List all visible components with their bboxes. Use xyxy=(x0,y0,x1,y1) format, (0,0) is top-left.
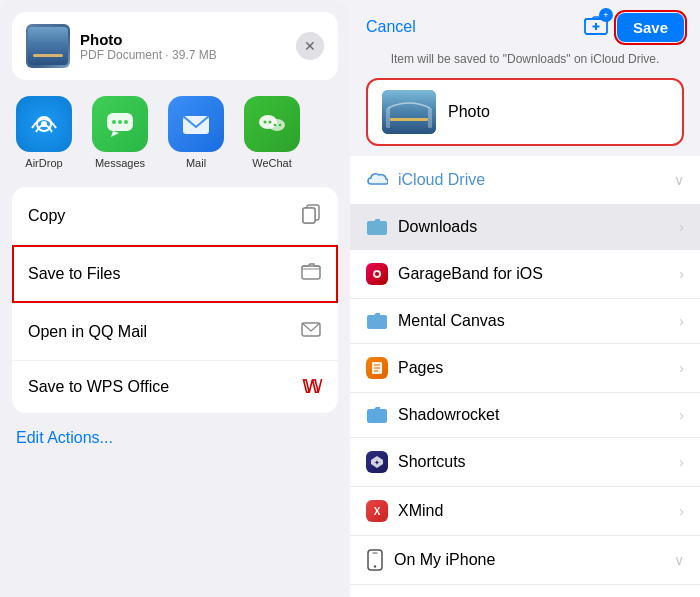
save-info-text: Item will be saved to "Downloads" on iCl… xyxy=(350,50,700,74)
svg-rect-22 xyxy=(382,90,436,134)
xmind-label: XMind xyxy=(398,502,443,520)
badge: + xyxy=(599,8,613,22)
svg-point-1 xyxy=(41,121,47,127)
file-info: Photo PDF Document · 39.7 MB xyxy=(80,31,217,62)
action-list: Copy Save to Files Open in Q xyxy=(12,187,338,413)
svg-rect-24 xyxy=(386,108,390,128)
xmind-item[interactable]: X XMind › xyxy=(350,487,700,536)
pages-item[interactable]: Pages › xyxy=(350,344,700,393)
wechat-label: WeChat xyxy=(252,157,292,169)
icloud-drive-label: iCloud Drive xyxy=(398,171,485,189)
preview-file-name: Photo xyxy=(448,103,490,121)
close-button[interactable]: ✕ xyxy=(296,32,324,60)
xmind-icon: X xyxy=(366,500,388,522)
on-my-iphone-left: On My iPhone xyxy=(366,549,495,571)
downloads-chevron: › xyxy=(679,219,684,235)
app-messages[interactable]: Messages xyxy=(92,96,148,169)
downloads-label: Downloads xyxy=(398,218,477,236)
svg-marker-3 xyxy=(111,131,119,137)
shortcuts-icon: ✦ xyxy=(366,451,388,473)
chrome-item[interactable]: Chrome › xyxy=(350,585,700,597)
cancel-button[interactable]: Cancel xyxy=(366,18,416,36)
pages-chevron: › xyxy=(679,360,684,376)
mental-canvas-icon xyxy=(366,312,388,330)
save-button[interactable]: Save xyxy=(617,13,684,42)
svg-point-5 xyxy=(118,120,122,124)
open-qq-icon xyxy=(300,318,322,345)
garageband-item[interactable]: GarageBand for iOS › xyxy=(350,250,700,299)
shadowrocket-chevron: › xyxy=(679,407,684,423)
airdrop-icon xyxy=(16,96,72,152)
save-to-files-action[interactable]: Save to Files xyxy=(12,245,338,303)
open-qq-label: Open in QQ Mail xyxy=(28,323,147,341)
messages-icon xyxy=(92,96,148,152)
edit-actions-label: Edit Actions... xyxy=(16,429,113,446)
app-wechat[interactable]: WeChat xyxy=(244,96,300,169)
file-meta: PDF Document · 39.7 MB xyxy=(80,48,217,62)
shadowrocket-icon xyxy=(366,406,388,424)
header-icons: + Save xyxy=(583,12,684,42)
downloads-item[interactable]: Downloads › xyxy=(350,205,700,250)
shortcuts-label: Shortcuts xyxy=(398,453,466,471)
svg-rect-16 xyxy=(303,208,315,223)
shortcuts-chevron: › xyxy=(679,454,684,470)
preview-thumbnail xyxy=(382,90,436,134)
messages-label: Messages xyxy=(95,157,145,169)
app-mail[interactable]: Mail xyxy=(168,96,224,169)
svg-point-12 xyxy=(274,124,277,127)
icloud-drive-chevron: ∨ xyxy=(674,172,684,188)
copy-icon xyxy=(300,202,322,229)
pages-left: Pages xyxy=(366,357,443,379)
save-wps-action[interactable]: Save to WPS Office 𝕎 xyxy=(12,361,338,413)
edit-actions-link[interactable]: Edit Actions... xyxy=(0,413,350,463)
svg-point-36 xyxy=(374,565,376,567)
new-folder-button[interactable]: + xyxy=(583,12,609,42)
file-header-left: Photo PDF Document · 39.7 MB xyxy=(26,24,217,68)
app-airdrop[interactable]: AirDrop xyxy=(16,96,72,169)
downloads-left: Downloads xyxy=(366,218,477,236)
svg-point-9 xyxy=(269,119,285,131)
mail-label: Mail xyxy=(186,157,206,169)
apps-row: AirDrop Messages Mail xyxy=(0,80,350,177)
wechat-icon xyxy=(244,96,300,152)
icloud-drive-left: iCloud Drive xyxy=(366,169,485,191)
downloads-folder-icon xyxy=(366,218,388,236)
garageband-left: GarageBand for iOS xyxy=(366,263,543,285)
on-my-iphone-label: On My iPhone xyxy=(394,551,495,569)
cloud-icon xyxy=(366,169,388,191)
on-my-iphone-chevron: ∨ xyxy=(674,552,684,568)
svg-rect-23 xyxy=(390,118,428,121)
mental-canvas-chevron: › xyxy=(679,313,684,329)
mental-canvas-left: Mental Canvas xyxy=(366,312,505,330)
xmind-left: X XMind xyxy=(366,500,443,522)
airdrop-label: AirDrop xyxy=(25,157,62,169)
file-tree: iCloud Drive ∨ Downloads › GarageBand fo… xyxy=(350,156,700,597)
svg-point-4 xyxy=(112,120,116,124)
save-wps-label: Save to WPS Office xyxy=(28,378,169,396)
copy-action[interactable]: Copy xyxy=(12,187,338,245)
open-qq-action[interactable]: Open in QQ Mail xyxy=(12,303,338,361)
svg-text:✦: ✦ xyxy=(374,459,380,466)
right-header: Cancel + Save xyxy=(350,0,700,50)
svg-point-10 xyxy=(264,121,267,124)
copy-label: Copy xyxy=(28,207,65,225)
save-to-files-icon xyxy=(300,260,322,287)
pages-icon xyxy=(366,357,388,379)
save-to-files-label: Save to Files xyxy=(28,265,120,283)
svg-rect-17 xyxy=(302,266,320,279)
shortcuts-item[interactable]: ✦ Shortcuts › xyxy=(350,438,700,487)
on-my-iphone-item[interactable]: On My iPhone ∨ xyxy=(350,536,700,585)
garageband-chevron: › xyxy=(679,266,684,282)
file-name: Photo xyxy=(80,31,217,48)
svg-point-6 xyxy=(124,120,128,124)
shadowrocket-item[interactable]: Shadowrocket › xyxy=(350,393,700,438)
mental-canvas-item[interactable]: Mental Canvas › xyxy=(350,299,700,344)
svg-point-11 xyxy=(269,121,272,124)
preview-card: Photo xyxy=(366,78,684,146)
icloud-drive-item[interactable]: iCloud Drive ∨ xyxy=(350,156,700,205)
svg-point-13 xyxy=(279,124,282,127)
xmind-chevron: › xyxy=(679,503,684,519)
pages-label: Pages xyxy=(398,359,443,377)
file-thumbnail xyxy=(26,24,70,68)
shortcuts-left: ✦ Shortcuts xyxy=(366,451,466,473)
